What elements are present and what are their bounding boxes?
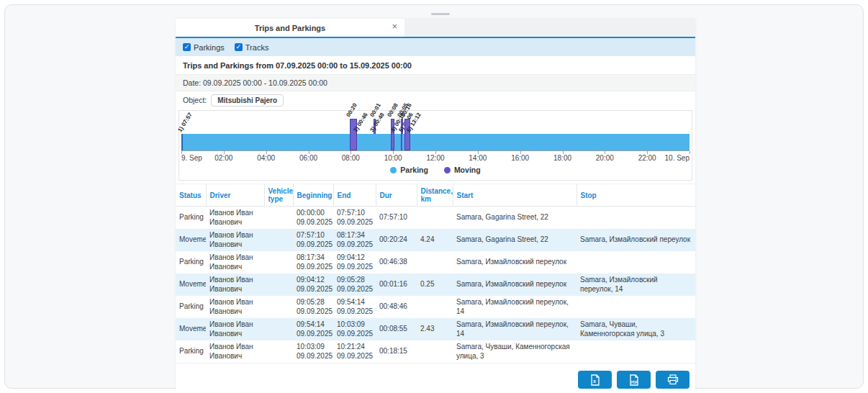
parkings-checkbox-label: Parkings	[194, 43, 225, 52]
end-cell: 09:54:1409.09.2025	[333, 296, 376, 318]
vehicle-type-cell	[264, 251, 293, 274]
start-cell: Samara, Измайловский переулок, 14	[453, 296, 577, 318]
legend-label: Moving	[454, 166, 481, 174]
start-cell: Samara, Измайловский переулок	[453, 251, 577, 274]
table-row: ParkingИванов Иван Иванович08:17:3409.09…	[176, 251, 695, 274]
report-title-row: Trips and Parkings from 07.09.2025 00:00…	[176, 56, 695, 75]
driver-cell: Иванов Иван Иванович	[206, 340, 264, 363]
stop-cell	[577, 340, 695, 363]
duration-cell: 00:48:46	[376, 296, 417, 318]
column-header: Dur	[376, 184, 417, 207]
start-cell: Samara, Чуваши, Каменногорская улица, 3	[453, 340, 577, 363]
time-axis-labels: 9. Sep02:0004:0006:0008:0010:0012:0014:0…	[181, 154, 690, 163]
duration-cell: 00:01:16	[376, 274, 417, 296]
duration-cell: 00:08:55	[376, 318, 417, 340]
axis-tick	[690, 151, 690, 154]
legend-item-parking: Parking	[390, 166, 428, 174]
end-cell: 10:03:0909.09.2025	[333, 318, 376, 340]
distance-cell: 4.24	[417, 229, 453, 251]
distance-cell: 0.25	[417, 274, 453, 296]
driver-cell: Иванов Иван Иванович	[206, 207, 264, 230]
end-cell: 09:04:1209.09.2025	[333, 251, 376, 274]
table-header-row: StatusDriverVehicle typeBeginningEndDurD…	[176, 184, 695, 207]
timeline-plot: 1) 07:5700:202) 00:4600:013) 00:4800:084…	[181, 114, 690, 151]
axis-tick-label: 14:00	[469, 154, 487, 162]
window-resize-handle[interactable]	[431, 13, 450, 15]
status-cell: Movement	[176, 274, 206, 296]
column-header: Beginning	[293, 184, 333, 207]
stop-cell	[577, 251, 695, 274]
distance-cell	[417, 340, 453, 363]
export-pdf-button[interactable]: PDF	[617, 371, 651, 389]
column-header: Status	[176, 184, 206, 207]
legend-dot-icon	[444, 167, 451, 173]
page-background: Trips and Parkings × ✓ Parkings ✓ Tracks…	[4, 4, 864, 389]
axis-tick-label: 08:00	[342, 154, 360, 162]
object-chip[interactable]: Mitsubishi Pajero	[211, 94, 284, 107]
parking-segment[interactable]	[357, 134, 374, 150]
tab-title: Trips and Parkings	[255, 24, 325, 32]
column-header: Driver	[206, 184, 264, 207]
close-icon[interactable]: ×	[392, 22, 397, 31]
table-row: ParkingИванов Иван Иванович00:00:0009.09…	[176, 207, 695, 230]
end-cell: 08:17:3409.09.2025	[333, 229, 376, 251]
axis-tick-label: 02:00	[214, 154, 232, 162]
vehicle-type-cell	[264, 340, 293, 363]
table-row: ParkingИванов Иван Иванович10:03:0909.09…	[176, 340, 695, 363]
export-excel-button[interactable]: x	[578, 371, 612, 389]
parkings-checkbox[interactable]: ✓ Parkings	[183, 43, 225, 52]
status-cell: Parking	[176, 340, 206, 363]
status-cell: Parking	[176, 251, 206, 274]
axis-tick-label: 04:00	[257, 154, 275, 162]
parking-segment[interactable]	[181, 134, 350, 150]
axis-tick-label: 16:00	[511, 154, 529, 162]
start-cell: Samara, Gagarina Street, 22	[453, 207, 577, 230]
trips-table: StatusDriverVehicle typeBeginningEndDurD…	[176, 184, 695, 363]
beginning-cell: 09:04:1209.09.2025	[293, 274, 333, 296]
status-cell: Parking	[176, 296, 206, 318]
driver-cell: Иванов Иван Иванович	[206, 318, 264, 340]
timeline-chart: 1) 07:5700:202) 00:4600:013) 00:4800:084…	[178, 110, 692, 181]
parking-segment[interactable]	[394, 134, 401, 150]
beginning-cell: 09:54:1409.09.2025	[293, 318, 333, 340]
table-row: MovementИванов Иван Иванович09:54:1409.0…	[176, 318, 695, 340]
driver-cell: Иванов Иван Иванович	[206, 296, 264, 318]
beginning-cell: 08:17:3409.09.2025	[293, 251, 333, 274]
column-header: Vehicle type	[264, 184, 293, 207]
stop-cell: Samara, Измайловский переулок	[577, 229, 695, 251]
duration-cell: 00:46:38	[376, 251, 417, 274]
table-row: ParkingИванов Иван Иванович09:05:2809.09…	[176, 296, 695, 318]
column-header: Start	[453, 184, 577, 207]
tab-trips-and-parkings[interactable]: Trips and Parkings ×	[176, 19, 404, 37]
object-row: Object: Mitsubishi Pajero	[176, 91, 695, 109]
duration-cell: 00:20:24	[376, 229, 417, 251]
column-header: Stop	[577, 184, 695, 207]
start-cell: Samara, Измайловский переулок, 14	[453, 318, 577, 340]
beginning-cell: 07:57:1009.09.2025	[293, 229, 333, 251]
axis-tick-label: 18:00	[553, 154, 571, 162]
report-title: Trips and Parkings from 07.09.2025 00:00…	[183, 61, 412, 70]
stop-cell: Samara, Чуваши, Каменногорская улица, 3	[577, 318, 695, 340]
driver-cell: Иванов Иван Иванович	[206, 251, 264, 274]
axis-tick-label: 12:00	[426, 154, 444, 162]
tracks-checkbox[interactable]: ✓ Tracks	[235, 43, 269, 52]
checkbox-checked-icon[interactable]: ✓	[183, 43, 191, 51]
duration-cell: 00:18:15	[376, 340, 417, 363]
checkbox-checked-icon[interactable]: ✓	[235, 43, 243, 51]
table-row: MovementИванов Иван Иванович07:57:1009.0…	[176, 229, 695, 251]
parking-segment[interactable]	[374, 134, 391, 150]
duration-cell: 07:57:10	[376, 207, 417, 230]
svg-text:PDF: PDF	[631, 380, 638, 384]
print-button[interactable]	[656, 371, 690, 389]
status-cell: Movement	[176, 229, 206, 251]
vehicle-type-cell	[264, 274, 293, 296]
stop-cell: Samara, Измайловский переулок, 14	[577, 274, 695, 296]
report-date-row: Date: 09.09.2025 00:00 - 10.09.2025 00:0…	[176, 75, 695, 91]
end-cell: 07:57:1009.09.2025	[333, 207, 376, 230]
chart-legend: ParkingMoving	[179, 166, 692, 174]
parking-segment[interactable]	[410, 134, 690, 150]
status-cell: Parking	[176, 207, 206, 230]
distance-cell	[417, 296, 453, 318]
status-cell: Movement	[176, 318, 206, 340]
excel-file-icon: x	[590, 374, 600, 386]
